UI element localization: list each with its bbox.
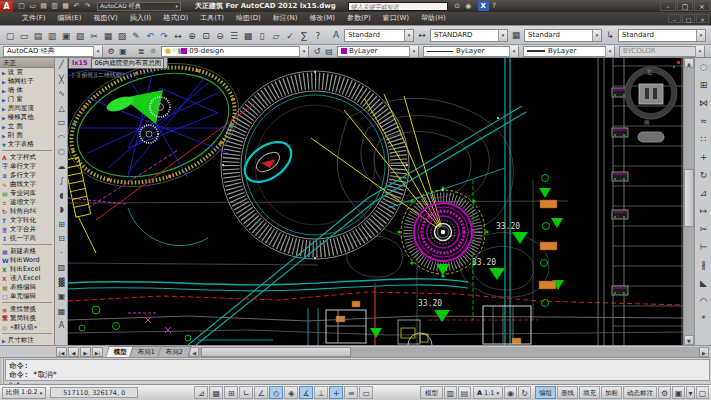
dim-style-combo[interactable]: STANDARD ▾ (430, 29, 508, 42)
annotation-autoscale-icon[interactable]: ↻ (518, 386, 531, 399)
scroll-up-icon[interactable]: ▲ (684, 58, 694, 68)
scroll-down-icon[interactable]: ▼ (684, 335, 694, 345)
revcloud-icon[interactable]: ☁ (55, 160, 68, 175)
item-curve-text[interactable]: ∿曲线文字 (0, 180, 54, 189)
model-space-button[interactable]: 模型 (420, 386, 443, 399)
otrack-toggle[interactable]: ∡ (299, 386, 313, 399)
workspace-settings-icon[interactable]: ⚙ (105, 46, 117, 57)
tab-layout2[interactable]: 布局2 (157, 346, 192, 357)
vertical-scroll-track[interactable] (684, 68, 694, 335)
zoom-previous-icon[interactable]: ⊖ (213, 28, 227, 43)
rotate-icon[interactable]: ↻ (695, 166, 711, 184)
gradient-icon[interactable]: ▓ (55, 276, 68, 291)
doc-restore-button[interactable]: ▢ (682, 14, 695, 23)
arc-icon[interactable]: ◠ (55, 131, 68, 146)
mirror-icon[interactable]: ⋈ (695, 94, 711, 112)
coordinates-readout[interactable]: 517110, 326174, 0 (50, 387, 138, 398)
dynamic-dim-toggle[interactable]: 动态标注 (623, 386, 657, 399)
menu-file[interactable]: 文件(F) (16, 12, 52, 25)
quickcalc-icon[interactable]: ∑ (297, 28, 311, 43)
lineweight-toggle[interactable]: ≡ (344, 386, 358, 399)
search-icon[interactable]: ⊙ (452, 1, 463, 11)
scale-icon[interactable]: ⊿ (695, 184, 711, 202)
match-properties-icon[interactable]: ✎ (129, 28, 143, 43)
designcenter-icon[interactable]: ▩ (241, 28, 255, 43)
osnap-3d-toggle[interactable]: ◈ (284, 386, 298, 399)
item-text-merge[interactable]: ≣文字合并 (0, 225, 54, 234)
erase-icon[interactable]: ◌ (695, 58, 711, 76)
menu-view[interactable]: 视图(V) (87, 12, 123, 25)
copy-icon[interactable]: ▦ (101, 28, 115, 43)
extend-icon[interactable]: ⊢ (695, 238, 711, 256)
item-unify-height[interactable]: ↕统一字高 (0, 234, 54, 243)
pan-icon[interactable]: ↔ (171, 28, 185, 43)
break-icon[interactable]: ∦ (695, 256, 711, 274)
item-table-edit[interactable]: ▦表格编辑 (0, 283, 54, 292)
status-menu-arrow-icon[interactable]: ▾ (686, 386, 695, 399)
xline-icon[interactable]: ╳ (55, 73, 68, 88)
layer-previous-icon[interactable]: ▤ (323, 46, 335, 57)
make-current-layer-icon[interactable]: ↺ (311, 46, 323, 57)
command-history[interactable]: 命令: 命令: *取消* (5, 359, 710, 381)
polyline-icon[interactable]: ∿ (55, 87, 68, 102)
ortho-toggle[interactable]: ∟ (239, 386, 253, 399)
qat-undo-icon[interactable]: ↶ (71, 1, 82, 11)
maximize-button[interactable]: ▢ (677, 1, 693, 11)
ellipse-arc-icon[interactable]: ◗ (55, 203, 68, 218)
rectangle-icon[interactable]: ▭ (55, 116, 68, 131)
clean-screen-button[interactable]: ▢ (696, 386, 709, 399)
menu-help[interactable]: 帮助(H) (415, 12, 452, 25)
qat-save-icon[interactable]: ▤ (38, 1, 49, 11)
paste-icon[interactable]: ▨ (115, 28, 129, 43)
publish-icon[interactable]: ▧ (73, 28, 87, 43)
undo-icon[interactable]: ↶ (143, 28, 157, 43)
menu-parametric[interactable]: 参数(P) (341, 12, 377, 25)
polar-toggle[interactable]: ∠ (254, 386, 268, 399)
properties-icon[interactable]: ☰ (227, 28, 241, 43)
exchange-icon[interactable]: X (478, 1, 489, 11)
qat-open-icon[interactable]: ▭ (27, 1, 38, 11)
zoom-realtime-icon[interactable]: ⊕ (185, 28, 199, 43)
new-icon[interactable]: ▢ (3, 28, 17, 43)
first-tab-icon[interactable]: |◀ (56, 347, 67, 357)
menu-dimension[interactable]: 标注(N) (267, 12, 304, 25)
menu-window[interactable]: 窗口(W) (377, 12, 415, 25)
annotation-visibility-icon[interactable]: ◉ (504, 386, 517, 399)
explode-icon[interactable]: * (695, 310, 711, 328)
vertical-scrollbar[interactable]: ▲ ▼ (683, 58, 694, 345)
drawing-canvas[interactable]: lx15 06内庭院竖向布置总图 [-][俯视][二维线框] (68, 58, 683, 345)
text-style-combo[interactable]: Standard ▾ (344, 29, 414, 42)
ellipse-icon[interactable]: ◖ (55, 189, 68, 204)
mtext-icon[interactable]: A (55, 319, 68, 334)
menu-wall[interactable]: ▶墙 体 (0, 86, 54, 95)
item-multi-line-text[interactable]: ≡多行文字 (0, 171, 54, 180)
stretch-icon[interactable]: ↦ (695, 202, 711, 220)
minimize-button[interactable]: – (660, 1, 676, 11)
polygon-icon[interactable]: △ (55, 102, 68, 117)
offset-icon[interactable]: ≈ (695, 112, 711, 130)
redo-icon[interactable]: ↷ (157, 28, 171, 43)
horizontal-scrollbar[interactable]: ◀ ▶ (189, 347, 709, 357)
point-icon[interactable]: · (55, 247, 68, 262)
zoom-window-icon[interactable]: ⊡ (199, 28, 213, 43)
workspace-combo[interactable]: AutoCAD 经典 ▾ (97, 2, 181, 11)
menu-room-roof[interactable]: ▶房间屋顶 (0, 104, 54, 113)
item-corner-correct[interactable]: ↻转角自纠 (0, 207, 54, 216)
item-text-convert[interactable]: T文字转化 (0, 216, 54, 225)
last-tab-icon[interactable]: ▶| (92, 347, 103, 357)
color-combo[interactable]: ByLayer ▾ (337, 46, 419, 57)
workspace-switching-icon[interactable]: ⚙ (658, 386, 671, 399)
item-import-excel[interactable]: X读入Excel (0, 274, 54, 283)
grid-toggle[interactable]: ⊞ (224, 386, 238, 399)
table-style-combo[interactable]: Standard ▾ (524, 29, 602, 42)
copy-object-icon[interactable]: ⊞ (695, 76, 711, 94)
qat-saveas-icon[interactable]: ▥ (49, 1, 60, 11)
group-toggle[interactable]: 编组 (535, 386, 556, 399)
menu-insert[interactable]: 插入(I) (124, 12, 158, 25)
hatch-icon[interactable]: ▨ (55, 261, 68, 276)
cut-icon[interactable]: ✂ (87, 28, 101, 43)
toolbar-lock-icon[interactable]: ▣ (672, 386, 685, 399)
doc-close-button[interactable]: × (696, 14, 709, 23)
autocad-logo-icon[interactable]: A (0, 1, 13, 12)
region-icon[interactable]: ▣ (55, 290, 68, 305)
